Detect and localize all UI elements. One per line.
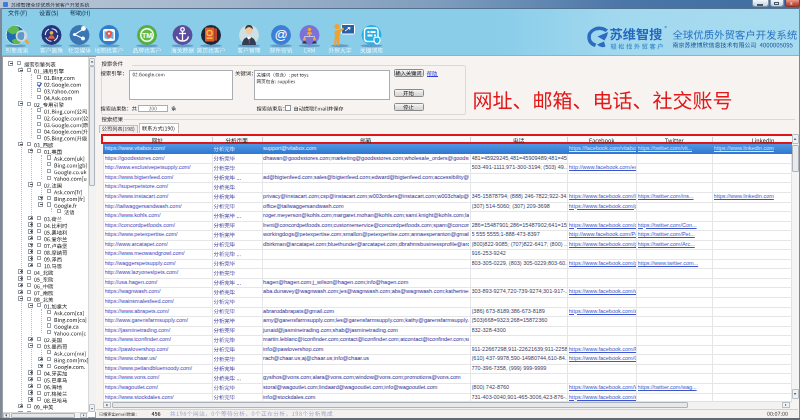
svg-text:TM: TM [142,32,152,39]
svg-text:@: @ [274,27,287,42]
